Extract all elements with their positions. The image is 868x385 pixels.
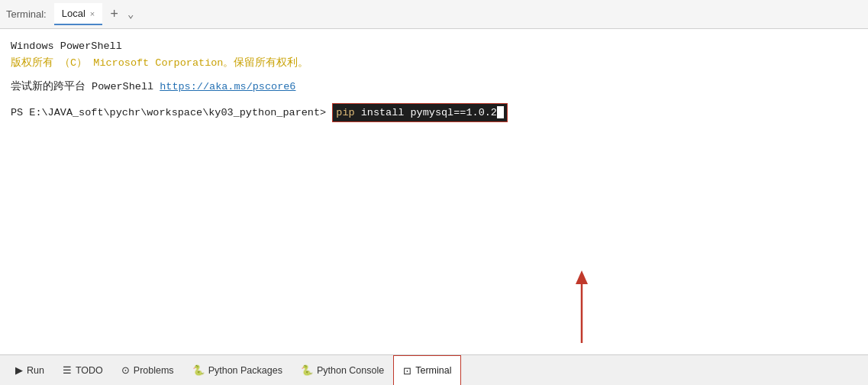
terminal-command-box: pip install pymysql==1.0.2 xyxy=(332,103,508,123)
bottom-item-terminal-label: Terminal xyxy=(415,365,451,376)
tab-bar-label: Terminal: xyxy=(6,8,47,20)
tab-local[interactable]: Local × xyxy=(54,3,103,25)
bottom-item-problems[interactable]: ⊙ Problems xyxy=(112,355,183,385)
bottom-item-python-console[interactable]: 🐍 Python Console xyxy=(292,355,393,385)
bottom-item-run-label: Run xyxy=(27,365,44,376)
bottom-item-python-packages-label: Python Packages xyxy=(208,365,282,376)
bottom-item-terminal[interactable]: ⊡ Terminal xyxy=(393,355,461,385)
terminal-main: Windows PowerShell 版权所有 （C） Microsoft Co… xyxy=(0,29,868,354)
terminal-line-3: 尝试新的跨平台 PowerShell https://aka.ms/pscore… xyxy=(11,79,857,95)
problems-icon: ⊙ xyxy=(121,364,130,376)
annotation-area xyxy=(0,263,868,354)
run-icon: ▶ xyxy=(15,364,23,376)
bottom-item-python-packages[interactable]: 🐍 Python Packages xyxy=(183,355,292,385)
terminal-icon: ⊡ xyxy=(403,365,411,377)
bottom-item-python-console-label: Python Console xyxy=(317,365,384,376)
terminal-prompt-line: PS E:\JAVA_soft\pychr\workspace\ky03_pyt… xyxy=(11,103,857,123)
tab-bar: Terminal: Local × + ⌄ xyxy=(0,0,868,29)
terminal-content[interactable]: Windows PowerShell 版权所有 （C） Microsoft Co… xyxy=(0,29,868,263)
svg-marker-1 xyxy=(576,270,588,284)
terminal-line-2: 版权所有 （C） Microsoft Corporation。保留所有权利。 xyxy=(11,55,857,72)
tab-dropdown-button[interactable]: ⌄ xyxy=(124,8,137,21)
terminal-cursor xyxy=(497,106,504,118)
bottom-item-todo[interactable]: ☰ TODO xyxy=(53,355,112,385)
cmd-pip: pip xyxy=(336,107,354,118)
tab-close-button[interactable]: × xyxy=(90,9,95,18)
terminal-link[interactable]: https://aka.ms/pscore6 xyxy=(160,81,295,92)
todo-icon: ☰ xyxy=(63,364,72,376)
tab-add-button[interactable]: + xyxy=(107,7,121,22)
arrow-svg xyxy=(0,263,868,354)
bottom-bar: ▶ Run ☰ TODO ⊙ Problems 🐍 Python Package… xyxy=(0,354,868,385)
python-packages-icon: 🐍 xyxy=(192,364,205,376)
python-console-icon: 🐍 xyxy=(301,364,313,376)
cmd-rest: install pymysql==1.0.2 xyxy=(361,107,497,118)
tab-local-label: Local xyxy=(62,8,86,19)
bottom-item-run[interactable]: ▶ Run xyxy=(6,355,53,385)
terminal-line-1: Windows PowerShell xyxy=(11,38,857,55)
bottom-item-problems-label: Problems xyxy=(134,365,174,376)
bottom-item-todo-label: TODO xyxy=(76,365,103,376)
